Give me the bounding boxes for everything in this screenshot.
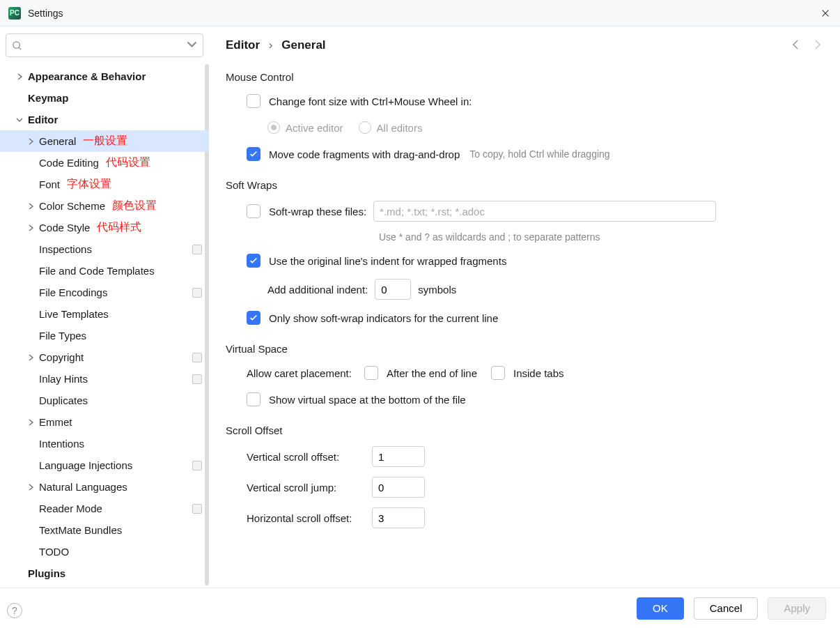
tree-item-label: Appearance & Behavior (28, 70, 146, 82)
annotation: 字体设置 (67, 177, 111, 192)
original-indent-checkbox[interactable] (247, 254, 260, 268)
arrow-left-icon (790, 38, 802, 51)
window-title: Settings (28, 8, 63, 19)
apply-button[interactable]: Apply (768, 597, 826, 620)
header: Editor › General (209, 26, 840, 64)
soft-wrap-patterns-input[interactable] (373, 201, 716, 222)
after-eol-checkbox[interactable] (364, 366, 378, 380)
ok-button[interactable]: OK (637, 597, 684, 620)
tree-item[interactable]: Inlay Hints (0, 368, 209, 390)
annotation: 代码样式 (97, 220, 141, 235)
tree-item-label: File Encodings (39, 286, 107, 298)
original-indent-label: Use the original line's indent for wrapp… (269, 255, 506, 267)
section-title: Mouse Control (226, 71, 823, 83)
chevron-icon (22, 138, 39, 145)
active-editor-radio[interactable] (267, 121, 280, 134)
sidebar: Appearance & BehaviorKeymapEditorGeneral… (0, 26, 209, 588)
tree-item[interactable]: File and Code Templates (0, 260, 209, 282)
allow-caret-label: Allow caret placement: (247, 367, 352, 379)
scope-badge-icon (192, 461, 202, 470)
wildcard-hint: Use * and ? as wildcards and ; to separa… (226, 231, 823, 243)
change-font-checkbox[interactable] (247, 94, 260, 108)
only-show-checkbox[interactable] (247, 311, 260, 325)
tree-item-label: Intentions (39, 438, 84, 450)
add-indent-input[interactable] (375, 279, 411, 300)
cancel-button[interactable]: Cancel (694, 597, 759, 620)
scope-badge-icon (192, 374, 202, 384)
move-fragments-checkbox[interactable] (247, 147, 260, 161)
tree-item-label: Duplicates (39, 395, 88, 406)
tree-item-label: Color Scheme (39, 200, 105, 212)
tree-item-label: Language Injections (39, 459, 132, 471)
tree-item-label: Editor (28, 114, 58, 125)
app-icon: PC (8, 7, 21, 20)
settings-tree: Appearance & BehaviorKeymapEditorGeneral… (0, 64, 209, 585)
nav-back-button[interactable] (790, 38, 802, 53)
search-input[interactable] (26, 40, 187, 51)
soft-wrap-label: Soft-wrap these files: (269, 206, 366, 217)
tree-item[interactable]: Reader Mode (0, 498, 209, 519)
v-offset-label: Vertical scroll offset: (247, 451, 372, 463)
tree-item-label: TODO (39, 546, 69, 558)
chevron-icon (22, 224, 39, 231)
tree-item-label: File and Code Templates (39, 265, 155, 277)
tree-item[interactable]: Natural Languages (0, 476, 209, 498)
h-offset-input[interactable] (372, 507, 425, 528)
svg-point-0 (13, 41, 20, 47)
tree-item[interactable]: General一般设置 (0, 130, 209, 152)
search-input-wrap[interactable] (6, 33, 203, 57)
tree-item[interactable]: Code Style代码样式 (0, 217, 209, 238)
tree-item[interactable]: Duplicates (0, 390, 209, 411)
tree-item[interactable]: Live Templates (0, 303, 209, 325)
footer: ? OK Cancel Apply (0, 588, 840, 628)
tree-item[interactable]: Plugins (0, 562, 209, 584)
tree-item[interactable]: Copyright (0, 346, 209, 368)
annotation: 代码设置 (106, 155, 150, 170)
tree-item-label: General (39, 135, 76, 147)
tree-item-label: Emmet (39, 416, 72, 428)
tree-item[interactable]: Editor (0, 109, 209, 130)
tree-item[interactable]: File Types (0, 325, 209, 346)
tree-item[interactable]: Inspections (0, 238, 209, 260)
v-offset-input[interactable] (372, 446, 425, 467)
scope-badge-icon (192, 288, 202, 298)
chevron-icon (22, 354, 39, 361)
nav-forward-button[interactable] (811, 38, 823, 53)
tree-item[interactable]: File Encodings (0, 282, 209, 303)
all-editors-radio[interactable] (359, 121, 371, 134)
chevron-icon (11, 116, 28, 123)
chevron-icon (22, 203, 39, 210)
scope-badge-icon (192, 504, 202, 514)
search-icon (12, 40, 22, 51)
tree-item[interactable]: Keymap (0, 87, 209, 109)
tree-item[interactable]: Intentions (0, 433, 209, 454)
annotation: 一般设置 (83, 134, 127, 148)
search-history-icon[interactable] (187, 39, 197, 52)
tree-item[interactable]: Language Injections (0, 454, 209, 476)
move-fragments-label: Move code fragments with drag-and-drop (269, 148, 460, 160)
v-jump-input[interactable] (372, 477, 425, 498)
tree-item[interactable]: Emmet (0, 411, 209, 433)
tree-item[interactable]: Appearance & Behavior (0, 66, 209, 87)
v-jump-label: Vertical scroll jump: (247, 482, 372, 493)
tree-item-label: Copyright (39, 351, 84, 363)
show-bottom-label: Show virtual space at the bottom of the … (269, 394, 466, 406)
tree-item[interactable]: Color Scheme颜色设置 (0, 195, 209, 217)
tree-item[interactable]: TODO (0, 541, 209, 562)
inside-tabs-checkbox[interactable] (491, 366, 505, 380)
breadcrumb-root[interactable]: Editor (226, 38, 260, 52)
titlebar: PC Settings (0, 0, 840, 26)
breadcrumb-current: General (281, 38, 325, 52)
tree-item[interactable]: TextMate Bundles (0, 519, 209, 541)
show-bottom-checkbox[interactable] (247, 392, 260, 406)
help-button[interactable]: ? (7, 603, 22, 618)
tree-item[interactable]: Code Editing代码设置 (0, 152, 209, 174)
breadcrumb: Editor › General (226, 38, 326, 52)
tree-item[interactable]: Font字体设置 (0, 174, 209, 195)
change-font-label: Change font size with Ctrl+Mouse Wheel i… (269, 95, 472, 107)
scope-badge-icon (192, 353, 202, 362)
close-button[interactable] (819, 7, 832, 20)
soft-wrap-checkbox[interactable] (247, 204, 260, 218)
tree-item-label: Reader Mode (39, 503, 102, 514)
chevron-icon (22, 419, 39, 426)
